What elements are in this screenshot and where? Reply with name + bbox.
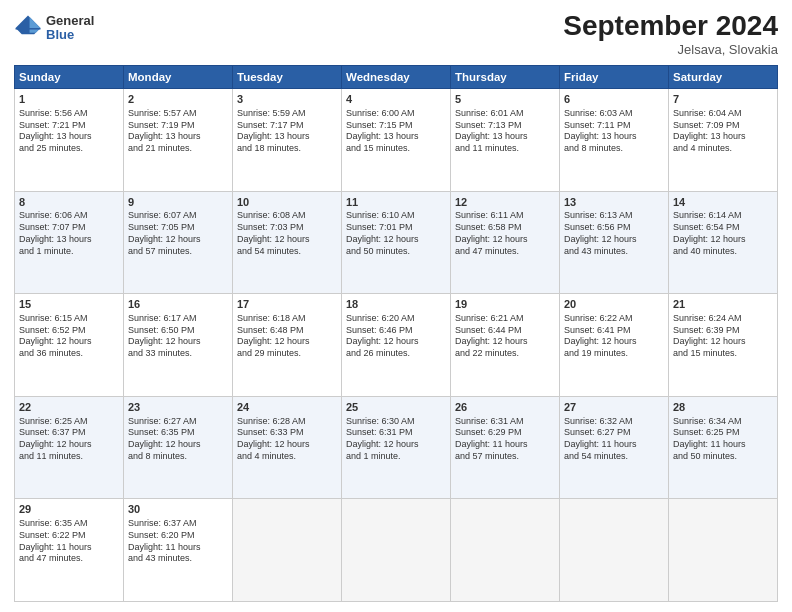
day-number: 9 (128, 195, 228, 210)
day-number: 28 (673, 400, 773, 415)
day-info: Sunrise: 6:22 AMSunset: 6:41 PMDaylight:… (564, 313, 664, 360)
calendar-cell: 2Sunrise: 5:57 AMSunset: 7:19 PMDaylight… (124, 89, 233, 192)
calendar-cell: 26Sunrise: 6:31 AMSunset: 6:29 PMDayligh… (451, 396, 560, 499)
day-info: Sunrise: 5:59 AMSunset: 7:17 PMDaylight:… (237, 108, 337, 155)
day-number: 22 (19, 400, 119, 415)
calendar-header-tuesday: Tuesday (233, 66, 342, 89)
page: General Blue September 2024 Jelsava, Slo… (0, 0, 792, 612)
day-info: Sunrise: 6:27 AMSunset: 6:35 PMDaylight:… (128, 416, 228, 463)
day-info: Sunrise: 6:10 AMSunset: 7:01 PMDaylight:… (346, 210, 446, 257)
calendar-cell: 9Sunrise: 6:07 AMSunset: 7:05 PMDaylight… (124, 191, 233, 294)
day-info: Sunrise: 6:04 AMSunset: 7:09 PMDaylight:… (673, 108, 773, 155)
calendar-header-wednesday: Wednesday (342, 66, 451, 89)
calendar-cell: 7Sunrise: 6:04 AMSunset: 7:09 PMDaylight… (669, 89, 778, 192)
calendar-cell: 14Sunrise: 6:14 AMSunset: 6:54 PMDayligh… (669, 191, 778, 294)
day-info: Sunrise: 6:15 AMSunset: 6:52 PMDaylight:… (19, 313, 119, 360)
day-info: Sunrise: 6:00 AMSunset: 7:15 PMDaylight:… (346, 108, 446, 155)
day-number: 18 (346, 297, 446, 312)
calendar-cell: 4Sunrise: 6:00 AMSunset: 7:15 PMDaylight… (342, 89, 451, 192)
day-info: Sunrise: 6:01 AMSunset: 7:13 PMDaylight:… (455, 108, 555, 155)
calendar-week-2: 8Sunrise: 6:06 AMSunset: 7:07 PMDaylight… (15, 191, 778, 294)
calendar-header-row: SundayMondayTuesdayWednesdayThursdayFrid… (15, 66, 778, 89)
day-number: 29 (19, 502, 119, 517)
day-info: Sunrise: 6:20 AMSunset: 6:46 PMDaylight:… (346, 313, 446, 360)
day-number: 13 (564, 195, 664, 210)
calendar-cell: 24Sunrise: 6:28 AMSunset: 6:33 PMDayligh… (233, 396, 342, 499)
calendar-cell: 17Sunrise: 6:18 AMSunset: 6:48 PMDayligh… (233, 294, 342, 397)
day-info: Sunrise: 6:25 AMSunset: 6:37 PMDaylight:… (19, 416, 119, 463)
day-number: 19 (455, 297, 555, 312)
day-number: 8 (19, 195, 119, 210)
calendar-cell: 16Sunrise: 6:17 AMSunset: 6:50 PMDayligh… (124, 294, 233, 397)
calendar-week-1: 1Sunrise: 5:56 AMSunset: 7:21 PMDaylight… (15, 89, 778, 192)
day-number: 20 (564, 297, 664, 312)
day-info: Sunrise: 6:37 AMSunset: 6:20 PMDaylight:… (128, 518, 228, 565)
day-number: 16 (128, 297, 228, 312)
day-number: 14 (673, 195, 773, 210)
day-number: 10 (237, 195, 337, 210)
day-info: Sunrise: 6:21 AMSunset: 6:44 PMDaylight:… (455, 313, 555, 360)
day-info: Sunrise: 5:56 AMSunset: 7:21 PMDaylight:… (19, 108, 119, 155)
day-number: 26 (455, 400, 555, 415)
day-info: Sunrise: 5:57 AMSunset: 7:19 PMDaylight:… (128, 108, 228, 155)
calendar-cell: 1Sunrise: 5:56 AMSunset: 7:21 PMDaylight… (15, 89, 124, 192)
month-title: September 2024 (563, 10, 778, 42)
calendar-cell: 5Sunrise: 6:01 AMSunset: 7:13 PMDaylight… (451, 89, 560, 192)
day-number: 23 (128, 400, 228, 415)
day-number: 4 (346, 92, 446, 107)
day-info: Sunrise: 6:34 AMSunset: 6:25 PMDaylight:… (673, 416, 773, 463)
calendar-week-3: 15Sunrise: 6:15 AMSunset: 6:52 PMDayligh… (15, 294, 778, 397)
calendar-cell (560, 499, 669, 602)
calendar-cell: 21Sunrise: 6:24 AMSunset: 6:39 PMDayligh… (669, 294, 778, 397)
calendar-cell: 11Sunrise: 6:10 AMSunset: 7:01 PMDayligh… (342, 191, 451, 294)
day-number: 7 (673, 92, 773, 107)
logo-line1: General (46, 14, 94, 28)
day-info: Sunrise: 6:13 AMSunset: 6:56 PMDaylight:… (564, 210, 664, 257)
day-info: Sunrise: 6:07 AMSunset: 7:05 PMDaylight:… (128, 210, 228, 257)
day-number: 21 (673, 297, 773, 312)
day-info: Sunrise: 6:17 AMSunset: 6:50 PMDaylight:… (128, 313, 228, 360)
calendar-cell: 30Sunrise: 6:37 AMSunset: 6:20 PMDayligh… (124, 499, 233, 602)
calendar-header-friday: Friday (560, 66, 669, 89)
day-info: Sunrise: 6:28 AMSunset: 6:33 PMDaylight:… (237, 416, 337, 463)
calendar-cell: 10Sunrise: 6:08 AMSunset: 7:03 PMDayligh… (233, 191, 342, 294)
day-number: 15 (19, 297, 119, 312)
day-info: Sunrise: 6:31 AMSunset: 6:29 PMDaylight:… (455, 416, 555, 463)
logo-line2: Blue (46, 28, 94, 42)
calendar-cell: 6Sunrise: 6:03 AMSunset: 7:11 PMDaylight… (560, 89, 669, 192)
day-info: Sunrise: 6:11 AMSunset: 6:58 PMDaylight:… (455, 210, 555, 257)
day-number: 3 (237, 92, 337, 107)
day-number: 12 (455, 195, 555, 210)
calendar-cell: 15Sunrise: 6:15 AMSunset: 6:52 PMDayligh… (15, 294, 124, 397)
day-number: 25 (346, 400, 446, 415)
calendar-cell (342, 499, 451, 602)
calendar-cell (233, 499, 342, 602)
header: General Blue September 2024 Jelsava, Slo… (14, 10, 778, 57)
calendar-cell: 27Sunrise: 6:32 AMSunset: 6:27 PMDayligh… (560, 396, 669, 499)
calendar-cell (669, 499, 778, 602)
calendar-header-monday: Monday (124, 66, 233, 89)
calendar-cell: 12Sunrise: 6:11 AMSunset: 6:58 PMDayligh… (451, 191, 560, 294)
calendar-cell: 29Sunrise: 6:35 AMSunset: 6:22 PMDayligh… (15, 499, 124, 602)
day-info: Sunrise: 6:32 AMSunset: 6:27 PMDaylight:… (564, 416, 664, 463)
calendar-header-saturday: Saturday (669, 66, 778, 89)
day-info: Sunrise: 6:03 AMSunset: 7:11 PMDaylight:… (564, 108, 664, 155)
calendar-week-4: 22Sunrise: 6:25 AMSunset: 6:37 PMDayligh… (15, 396, 778, 499)
calendar-cell: 8Sunrise: 6:06 AMSunset: 7:07 PMDaylight… (15, 191, 124, 294)
logo-text: General Blue (46, 14, 94, 43)
calendar-cell: 13Sunrise: 6:13 AMSunset: 6:56 PMDayligh… (560, 191, 669, 294)
day-info: Sunrise: 6:35 AMSunset: 6:22 PMDaylight:… (19, 518, 119, 565)
calendar-cell: 28Sunrise: 6:34 AMSunset: 6:25 PMDayligh… (669, 396, 778, 499)
location: Jelsava, Slovakia (563, 42, 778, 57)
calendar-week-5: 29Sunrise: 6:35 AMSunset: 6:22 PMDayligh… (15, 499, 778, 602)
day-number: 27 (564, 400, 664, 415)
calendar-cell: 3Sunrise: 5:59 AMSunset: 7:17 PMDaylight… (233, 89, 342, 192)
day-number: 17 (237, 297, 337, 312)
svg-rect-2 (16, 28, 41, 30)
day-number: 5 (455, 92, 555, 107)
day-number: 6 (564, 92, 664, 107)
logo-icon (14, 14, 42, 42)
calendar-cell: 18Sunrise: 6:20 AMSunset: 6:46 PMDayligh… (342, 294, 451, 397)
calendar-cell: 20Sunrise: 6:22 AMSunset: 6:41 PMDayligh… (560, 294, 669, 397)
day-info: Sunrise: 6:06 AMSunset: 7:07 PMDaylight:… (19, 210, 119, 257)
